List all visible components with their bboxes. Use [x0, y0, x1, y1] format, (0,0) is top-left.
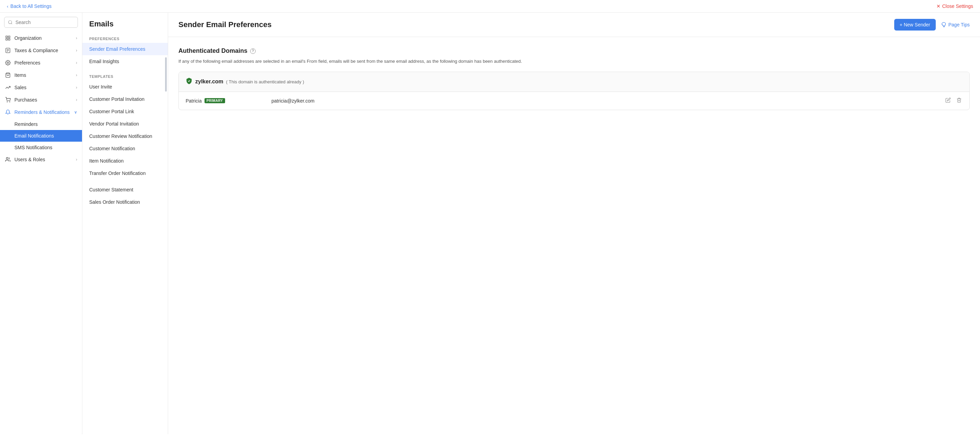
svg-rect-3	[8, 36, 10, 38]
users-icon	[5, 157, 11, 162]
sidebar-subitem-sms-notifications[interactable]: SMS Notifications	[0, 141, 82, 153]
svg-point-14	[6, 157, 8, 159]
sidebar-item-label: Taxes & Compliance	[14, 48, 58, 53]
svg-rect-5	[8, 38, 10, 40]
lightbulb-icon	[941, 22, 947, 27]
col-actions	[945, 97, 963, 105]
mid-nav-customer-portal-link[interactable]: Customer Portal Link	[82, 105, 168, 118]
sidebar-item-purchases[interactable]: Purchases ›	[0, 94, 82, 106]
sidebar-item-preferences[interactable]: Preferences ›	[0, 57, 82, 69]
svg-point-10	[7, 62, 9, 64]
mid-nav-vendor-portal-invitation[interactable]: Vendor Portal Invitation	[82, 118, 168, 130]
close-settings-label: Close Settings	[942, 3, 973, 9]
sidebar-subitem-label: Reminders	[14, 121, 38, 127]
mid-nav-email-insights[interactable]: Email Insights	[82, 55, 168, 68]
mid-nav-user-invite[interactable]: User Invite	[82, 81, 168, 93]
sidebar-subitem-label: SMS Notifications	[14, 145, 52, 150]
sidebar-subitem-email-notifications[interactable]: Email Notifications	[0, 130, 82, 141]
sidebar-item-label: Reminders & Notifications	[14, 110, 70, 115]
sidebar-item-users[interactable]: Users & Roles ›	[0, 153, 82, 166]
close-settings-button[interactable]: ✕ Close Settings	[936, 3, 973, 9]
mid-nav-customer-statement[interactable]: Customer Statement	[82, 184, 168, 196]
svg-point-13	[10, 102, 10, 102]
sidebar-item-taxes[interactable]: Taxes & Compliance ›	[0, 44, 82, 57]
search-input[interactable]	[16, 19, 74, 25]
preferences-icon	[5, 60, 11, 65]
purchases-icon	[5, 97, 11, 103]
mid-nav-customer-notification[interactable]: Customer Notification	[82, 142, 168, 155]
page-tips-label: Page Tips	[948, 22, 970, 27]
close-x-icon: ✕	[936, 3, 940, 9]
search-box[interactable]	[4, 17, 78, 28]
shield-check-icon	[186, 78, 192, 86]
mid-nav-item-notification[interactable]: Item Notification	[82, 155, 168, 167]
sidebar-left: Organization › Taxes & Compliance › Pref…	[0, 13, 82, 434]
sidebar-item-label: Organization	[14, 35, 41, 41]
search-icon	[8, 20, 13, 25]
chevron-right-icon: ›	[76, 85, 77, 90]
chevron-right-icon: ›	[76, 48, 77, 53]
back-link[interactable]: ‹ Back to All Settings	[7, 3, 51, 9]
section-title: Authenticated Domains ?	[178, 47, 970, 54]
topbar: ‹ Back to All Settings ✕ Close Settings	[0, 0, 980, 13]
sidebar-mid: Emails PREFERENCES Sender Email Preferen…	[82, 13, 168, 434]
delete-icon[interactable]	[956, 97, 963, 105]
svg-rect-2	[6, 36, 8, 38]
col-name: Patricia PRIMARY	[186, 98, 271, 103]
domain-card: zylker.com ( This domain is authenticate…	[178, 72, 970, 110]
help-icon[interactable]: ?	[250, 48, 256, 54]
sidebar-item-items[interactable]: Items ›	[0, 69, 82, 81]
mid-panel-title: Emails	[82, 13, 168, 34]
contact-name: Patricia	[186, 98, 202, 103]
main-layout: Organization › Taxes & Compliance › Pref…	[0, 13, 980, 434]
primary-badge: PRIMARY	[205, 98, 225, 103]
section-desc: If any of the following email addresses …	[178, 58, 970, 65]
sidebar-subitem-label: Email Notifications	[14, 133, 54, 138]
sidebar-item-organization[interactable]: Organization ›	[0, 32, 82, 44]
domain-header: zylker.com ( This domain is authenticate…	[179, 72, 969, 92]
chevron-right-icon: ›	[76, 60, 77, 65]
edit-icon[interactable]	[945, 97, 951, 105]
taxes-icon	[5, 48, 11, 53]
mid-nav-customer-review-notification[interactable]: Customer Review Notification	[82, 130, 168, 142]
sales-icon	[5, 85, 11, 90]
svg-line-1	[11, 23, 12, 24]
header-actions: + New Sender Page Tips	[894, 19, 970, 30]
mid-nav-customer-portal-invitation[interactable]: Customer Portal Invitation	[82, 93, 168, 105]
svg-rect-4	[6, 38, 8, 40]
page-tips-link[interactable]: Page Tips	[941, 22, 970, 27]
mid-section-preferences: PREFERENCES	[82, 34, 168, 43]
page-title: Sender Email Preferences	[178, 20, 271, 29]
col-email: patricia@zylker.com	[271, 98, 945, 103]
main-body: Authenticated Domains ? If any of the fo…	[168, 37, 980, 121]
sidebar-item-reminders[interactable]: Reminders & Notifications ∨	[0, 106, 82, 118]
svg-point-0	[9, 21, 12, 24]
sidebar-item-label: Preferences	[14, 60, 40, 65]
chevron-down-icon: ∨	[74, 110, 77, 114]
mid-nav-transfer-order-notification[interactable]: Transfer Order Notification	[82, 167, 168, 180]
sidebar-item-label: Items	[14, 72, 26, 78]
domain-status: ( This domain is authenticated already )	[226, 79, 304, 84]
mid-nav-sales-order-notification[interactable]: Sales Order Notification	[82, 196, 168, 208]
sidebar-subitem-reminders[interactable]: Reminders	[0, 118, 82, 130]
chevron-right-icon: ›	[76, 73, 77, 78]
chevron-right-icon: ›	[76, 157, 77, 162]
sidebar-item-label: Users & Roles	[14, 157, 45, 162]
chevron-right-icon: ›	[76, 97, 77, 102]
main-content: Sender Email Preferences + New Sender Pa…	[168, 13, 980, 434]
svg-point-12	[7, 102, 7, 102]
mid-section-templates: TEMPLATES	[82, 72, 168, 81]
chevron-left-icon: ‹	[7, 4, 8, 9]
scrollbar-thumb	[165, 57, 167, 92]
new-sender-button[interactable]: + New Sender	[894, 19, 936, 30]
back-label: Back to All Settings	[10, 3, 51, 9]
bell-icon	[5, 110, 11, 115]
main-header: Sender Email Preferences + New Sender Pa…	[168, 13, 980, 37]
table-row: Patricia PRIMARY patricia@zylker.com	[179, 92, 969, 110]
domain-name: zylker.com	[195, 79, 223, 85]
chevron-right-icon: ›	[76, 36, 77, 40]
sidebar-item-label: Sales	[14, 85, 26, 90]
sidebar-item-label: Purchases	[14, 97, 37, 103]
sidebar-item-sales[interactable]: Sales ›	[0, 81, 82, 94]
mid-nav-sender-email-prefs[interactable]: Sender Email Preferences	[82, 43, 168, 55]
